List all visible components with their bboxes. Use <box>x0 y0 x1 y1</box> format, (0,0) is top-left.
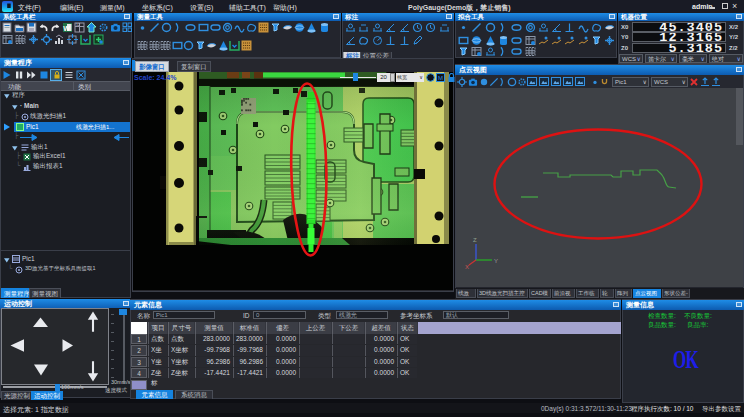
svg-text:Z: Z <box>473 237 477 243</box>
svg-text:Y: Y <box>494 258 498 264</box>
svg-text:X: X <box>465 264 469 270</box>
svg-text:12: 12 <box>76 23 80 27</box>
svg-text:W: W <box>63 24 70 31</box>
